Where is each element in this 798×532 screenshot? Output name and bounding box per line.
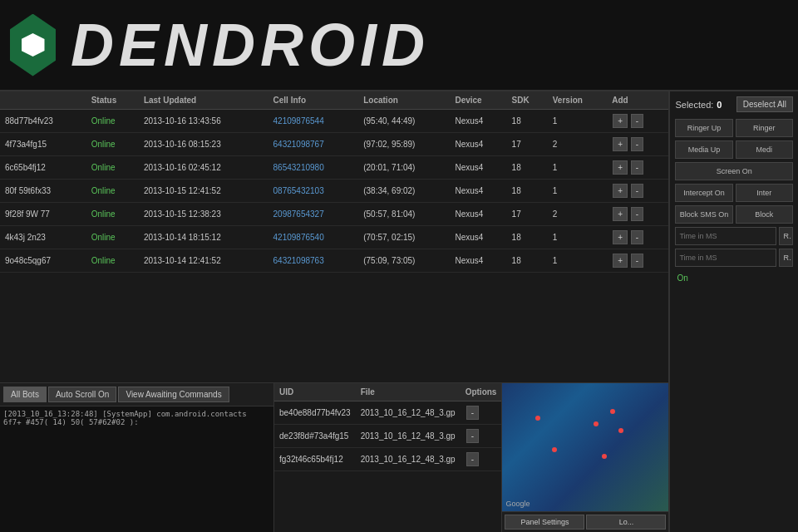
cell-add: + - <box>607 156 668 180</box>
cell-add: + - <box>607 226 668 249</box>
deselect-all-button[interactable]: Deselect All <box>736 96 793 112</box>
cell-updated: 2013-10-15 12:38:23 <box>139 203 268 226</box>
selected-count: 0 <box>717 100 722 110</box>
view-awaiting-button[interactable]: View Awaiting Commands <box>118 387 229 402</box>
files-col-uid: UID <box>274 383 356 401</box>
left-panel: Status Last Updated Cell Info Location D… <box>0 91 669 532</box>
map-dot <box>552 447 557 452</box>
file-options: - <box>461 448 502 471</box>
cell-cell: 64321098763 <box>268 249 359 273</box>
block-sms-row: Block SMS On Block <box>675 205 793 224</box>
log-button[interactable]: Lo... <box>586 515 666 530</box>
cell-cell: 20987654327 <box>268 203 359 226</box>
files-header-row: UID File Options <box>274 383 501 401</box>
panel-settings-button[interactable]: Panel Settings <box>505 515 584 530</box>
cell-location: (20:01, 71:04) <box>358 156 450 180</box>
file-name: 2013_10_16_12_48_3.gp <box>356 425 461 448</box>
table-row: 9f28f 9W 77 Online 2013-10-15 12:38:23 2… <box>0 203 668 226</box>
screen-on-button[interactable]: Screen On <box>675 162 793 180</box>
bot-table-body: 88d77b4fv23 Online 2013-10-16 13:43:56 4… <box>0 110 668 273</box>
on-status-label: On <box>677 273 687 283</box>
ringer-down-button[interactable]: Ringer <box>736 119 793 137</box>
media-up-button[interactable]: Media Up <box>675 140 732 159</box>
map-dot <box>535 416 540 421</box>
cell-id: 4f73a4fg15 <box>0 133 86 156</box>
record-row-1: Recor <box>675 227 793 245</box>
add-button[interactable]: + <box>613 230 628 244</box>
media-down-button[interactable]: Medi <box>736 140 793 159</box>
ringer-up-button[interactable]: Ringer Up <box>675 119 732 137</box>
cell-add: + - <box>607 110 668 133</box>
time-ms-input-1[interactable] <box>675 227 776 245</box>
file-options-button[interactable]: - <box>466 429 479 443</box>
remove-button[interactable]: - <box>631 137 643 151</box>
cell-add: + - <box>607 133 668 156</box>
table-row: 4k43j 2n23 Online 2013-10-14 18:15:12 42… <box>0 226 668 249</box>
cell-id: 6c65b4fj12 <box>0 156 86 180</box>
cell-sdk: 18 <box>507 156 548 180</box>
cell-updated: 2013-10-16 08:15:23 <box>139 133 268 156</box>
add-button[interactable]: + <box>613 114 628 128</box>
bot-table-container: Status Last Updated Cell Info Location D… <box>0 91 668 382</box>
cell-id: 4k43j 2n23 <box>0 226 86 249</box>
map-footer: Panel Settings Lo... <box>502 511 668 532</box>
remove-button[interactable]: - <box>631 254 643 268</box>
add-button[interactable]: + <box>613 137 628 151</box>
cell-version: 1 <box>548 156 607 180</box>
table-row: 80f 59t6fx33 Online 2013-10-15 12:41:52 … <box>0 180 668 203</box>
add-button[interactable]: + <box>613 207 628 221</box>
file-options-button[interactable]: - <box>466 452 479 466</box>
remove-button[interactable]: - <box>631 230 643 244</box>
cell-version: 1 <box>548 226 607 249</box>
log-panel: All Bots Auto Scroll On View Awaiting Co… <box>0 383 274 532</box>
remove-button[interactable]: - <box>631 160 643 175</box>
cell-device: Nexus4 <box>450 133 506 156</box>
table-row: 88d77b4fv23 Online 2013-10-16 13:43:56 4… <box>0 110 668 133</box>
cell-device: Nexus4 <box>450 156 506 180</box>
block-sms-on-button[interactable]: Block SMS On <box>675 205 732 224</box>
main-layout: Status Last Updated Cell Info Location D… <box>0 91 798 532</box>
cell-id: 9o48c5qg67 <box>0 249 86 273</box>
col-cell: Cell Info <box>268 91 359 110</box>
add-button[interactable]: + <box>613 254 628 268</box>
media-row: Media Up Medi <box>675 140 793 159</box>
cell-sdk: 17 <box>507 133 548 156</box>
block-sms-off-button[interactable]: Block <box>736 205 793 224</box>
remove-button[interactable]: - <box>631 114 643 128</box>
auto-scroll-button[interactable]: Auto Scroll On <box>48 387 116 402</box>
map-dot <box>594 421 598 426</box>
file-uid: fg32t46c65b4fj12 <box>274 448 356 471</box>
cell-version: 1 <box>548 180 607 203</box>
selected-label: Selected: <box>675 100 713 110</box>
files-col-options: Options <box>461 383 502 401</box>
add-button[interactable]: + <box>613 184 628 198</box>
intercept-on-button[interactable]: Intercept On <box>675 184 732 202</box>
all-bots-button[interactable]: All Bots <box>3 387 47 402</box>
cell-cell: 42109876540 <box>268 226 359 249</box>
logo-icon <box>10 14 56 76</box>
map-view <box>502 383 668 511</box>
files-table: UID File Options be40e88d77b4fv23 2013_1… <box>274 383 501 471</box>
cell-updated: 2013-10-16 02:45:12 <box>139 156 268 180</box>
file-name: 2013_10_16_12_48_3.gp <box>356 448 461 471</box>
time-ms-input-2[interactable] <box>675 249 776 267</box>
files-table-wrap: UID File Options be40e88d77b4fv23 2013_1… <box>274 383 501 532</box>
cell-add: + - <box>607 180 668 203</box>
on-indicator-row: On <box>675 270 793 286</box>
record-button-2[interactable]: Recor <box>779 249 793 267</box>
cell-device: Nexus4 <box>450 180 506 203</box>
cell-updated: 2013-10-16 13:43:56 <box>139 110 268 133</box>
intercept-off-button[interactable]: Inter <box>736 184 793 202</box>
log-toolbar: All Bots Auto Scroll On View Awaiting Co… <box>0 383 273 406</box>
right-panel: Selected: 0 Deselect All Ringer Up Ringe… <box>669 91 798 532</box>
record-button-1[interactable]: Recor <box>779 227 793 245</box>
cell-add: + - <box>607 203 668 226</box>
cell-location: (97:02, 95:89) <box>358 133 450 156</box>
file-options-button[interactable]: - <box>466 406 479 420</box>
cell-id: 9f28f 9W 77 <box>0 203 86 226</box>
add-button[interactable]: + <box>613 160 628 175</box>
selected-bar: Selected: 0 Deselect All <box>675 96 793 112</box>
remove-button[interactable]: - <box>631 184 643 198</box>
table-row: 6c65b4fj12 Online 2013-10-16 02:45:12 86… <box>0 156 668 180</box>
remove-button[interactable]: - <box>631 207 643 221</box>
